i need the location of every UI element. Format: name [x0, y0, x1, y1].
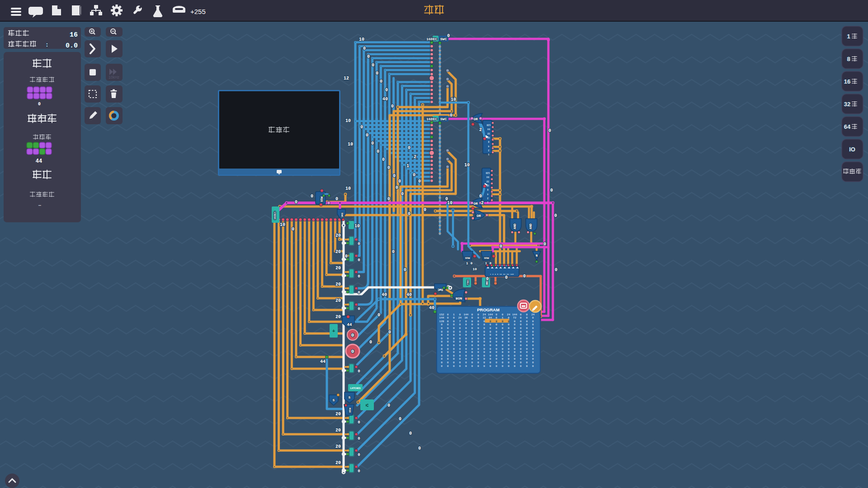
svg-text:0: 0 [453, 320, 455, 323]
svg-text:0: 0 [495, 313, 497, 316]
svg-text:10: 10 [359, 37, 364, 42]
svg-text:0: 0 [514, 323, 516, 326]
svg-text:0: 0 [495, 340, 497, 343]
svg-text:0: 0 [459, 357, 461, 361]
svg-text:0: 0 [453, 347, 455, 351]
svg-text:0: 0 [413, 173, 415, 178]
svg-text:0: 0 [490, 354, 491, 357]
svg-text:SWC: SWC [340, 213, 344, 218]
svg-text:8: 8 [488, 140, 489, 143]
svg-text:8: 8 [487, 188, 488, 191]
svg-text:0: 0 [554, 213, 557, 218]
svg-text:144: 144 [488, 313, 493, 316]
svg-text:0: 0 [483, 327, 485, 330]
svg-text:0: 0 [508, 351, 509, 354]
svg-text:0: 0 [441, 357, 443, 361]
svg-text:0: 0 [471, 327, 473, 330]
svg-text:0: 0 [459, 337, 461, 340]
svg-text:0: 0 [508, 337, 509, 340]
svg-text:0: 0 [486, 277, 489, 282]
svg-text:0: 0 [514, 354, 516, 357]
svg-text:0: 0 [555, 267, 557, 272]
svg-text:0: 0 [408, 145, 410, 150]
svg-text:0: 0 [508, 361, 509, 364]
svg-text:MUX: MUX [465, 256, 470, 259]
svg-text:0: 0 [471, 354, 473, 357]
svg-text:OR: OR [473, 202, 478, 206]
svg-text:12: 12 [344, 76, 349, 81]
svg-text:0: 0 [532, 351, 534, 354]
svg-text:0: 0 [459, 313, 461, 316]
svg-text:0: 0 [490, 347, 491, 351]
svg-text:0.0: 0.0 [66, 42, 78, 50]
svg-text:0: 0 [385, 88, 388, 93]
svg-text:0: 0 [514, 320, 516, 323]
svg-text:0: 0 [520, 313, 522, 316]
svg-text:0: 0 [502, 327, 504, 330]
svg-text:0: 0 [514, 357, 516, 361]
svg-text:SWC: SWC [438, 288, 443, 291]
svg-text:8: 8 [847, 56, 850, 62]
svg-text:44: 44 [36, 158, 42, 164]
svg-text:0: 0 [495, 361, 497, 364]
svg-text:0: 0 [447, 327, 449, 330]
svg-text:2: 2 [481, 201, 484, 206]
svg-text:0: 0 [447, 337, 449, 340]
svg-text:0: 0 [526, 340, 528, 343]
svg-text:20: 20 [335, 412, 341, 417]
svg-text:0: 0 [490, 361, 491, 364]
svg-text:0: 0 [441, 323, 443, 326]
svg-text:PROGRAM: PROGRAM [477, 307, 500, 312]
svg-text:10: 10 [345, 186, 351, 191]
svg-text:0: 0 [502, 351, 504, 354]
svg-text:LATCHES: LATCHES [350, 387, 361, 390]
svg-text:0: 0 [495, 333, 497, 337]
svg-text:0: 0 [465, 344, 467, 347]
svg-text:0: 0 [471, 313, 473, 316]
svg-text:0: 0 [526, 330, 528, 333]
svg-text:MUX: MUX [320, 197, 323, 202]
svg-text:0: 0 [490, 320, 491, 323]
svg-text:S: S [349, 395, 351, 399]
svg-text:0: 0 [345, 254, 348, 259]
svg-text:0: 0 [441, 344, 443, 347]
svg-text:0: 0 [502, 320, 504, 323]
svg-text:44: 44 [347, 323, 352, 327]
svg-text:0: 0 [477, 316, 479, 319]
svg-text:0: 0 [465, 323, 467, 326]
svg-text:SWC: SWC [440, 117, 447, 121]
svg-text:0: 0 [465, 327, 467, 330]
svg-text:0: 0 [471, 347, 473, 351]
svg-text:0: 0 [38, 102, 41, 107]
svg-text:0: 0 [292, 227, 294, 232]
svg-text:0: 0 [453, 316, 455, 319]
svg-text:OR: OR [473, 117, 478, 121]
svg-text::: : [45, 42, 49, 48]
svg-text:0: 0 [351, 349, 354, 354]
svg-text:1: 1 [453, 313, 455, 316]
svg-text:10: 10 [345, 118, 351, 123]
svg-text:16: 16 [844, 78, 850, 85]
svg-text:0: 0 [447, 33, 450, 38]
svg-text:0: 0 [447, 354, 449, 357]
svg-text:0: 0 [358, 242, 360, 246]
svg-text:0: 0 [532, 333, 534, 337]
svg-text:0: 0 [520, 327, 522, 330]
svg-text:0: 0 [404, 267, 406, 272]
svg-text:0: 0 [502, 323, 504, 326]
svg-text:128: 128 [439, 320, 444, 323]
svg-text:0: 0 [495, 316, 497, 319]
svg-text:0: 0 [465, 330, 467, 333]
svg-text:40: 40 [429, 305, 434, 310]
svg-text:4: 4 [487, 192, 488, 195]
svg-text:0: 0 [465, 333, 467, 337]
svg-text:40: 40 [382, 292, 387, 297]
svg-text:0: 0 [490, 340, 491, 343]
svg-text:0: 0 [532, 320, 534, 323]
svg-text:0: 0 [495, 365, 497, 368]
svg-text:0: 0 [508, 340, 509, 343]
svg-text:144: 144 [463, 313, 468, 316]
svg-text:0: 0 [483, 357, 485, 361]
svg-text:0: 0 [483, 337, 485, 340]
svg-text:0: 0 [380, 79, 382, 84]
